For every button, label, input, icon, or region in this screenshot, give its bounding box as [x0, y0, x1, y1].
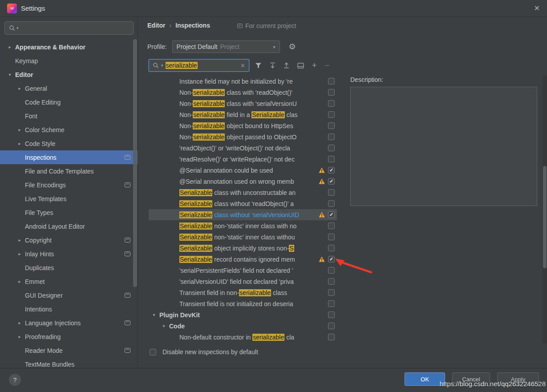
inspection-checkbox[interactable] — [328, 323, 335, 329]
chevron-right-icon[interactable]: ▸ — [16, 238, 23, 242]
inspection-row[interactable]: Non-serializable field in a Serializable… — [149, 109, 337, 120]
sidebar-search-input[interactable]: ▾ — [4, 21, 134, 35]
inspection-checkbox[interactable] — [328, 300, 335, 307]
expand-all-icon[interactable] — [270, 62, 276, 69]
close-icon[interactable]: ✕ — [534, 4, 540, 12]
chevron-right-icon[interactable]: ▸ — [16, 86, 23, 91]
inspection-checkbox[interactable] — [328, 133, 335, 140]
inspection-checkbox[interactable] — [328, 100, 335, 107]
add-icon[interactable]: + — [312, 61, 317, 69]
inspection-checkbox[interactable] — [328, 234, 335, 240]
remove-icon[interactable]: − — [325, 61, 330, 69]
sidebar-item-emmet[interactable]: ▸Emmet — [0, 275, 138, 288]
sidebar-item-gui-designer[interactable]: GUI Designer — [0, 288, 138, 302]
profile-dropdown[interactable]: Project Default Project ▾ — [172, 40, 280, 53]
clear-search-icon[interactable]: ✕ — [240, 62, 245, 69]
inspection-row[interactable]: 'readObject()' or 'writeObject()' not de… — [149, 142, 337, 154]
sidebar-item-keymap[interactable]: Keymap — [0, 54, 138, 68]
chevron-down-icon[interactable]: ▾ — [150, 312, 158, 317]
inspection-checkbox[interactable] — [328, 189, 335, 196]
disable-new-inspections-checkbox[interactable] — [150, 349, 156, 356]
gear-icon[interactable]: ⚙ — [289, 43, 296, 51]
sidebar-item-android-layout-editor[interactable]: Android Layout Editor — [0, 219, 138, 233]
sidebar-item-duplicates[interactable]: Duplicates — [0, 261, 138, 275]
inspection-checkbox[interactable]: ✓ — [328, 167, 335, 174]
help-button[interactable]: ? — [9, 374, 21, 386]
sidebar-item-font[interactable]: Font — [0, 109, 138, 123]
inspection-row[interactable]: Transient field in non-serializable clas… — [149, 287, 337, 298]
sidebar-item-textmate-bundles[interactable]: TextMate Bundles — [0, 357, 138, 368]
inspection-row[interactable]: Non-serializable class with 'serialVersi… — [149, 98, 337, 109]
inspection-row[interactable]: @Serial annotation could be used✓ — [149, 165, 337, 176]
inspection-checkbox[interactable] — [328, 267, 335, 274]
inspection-group-row[interactable]: ▾Plugin DevKit — [149, 309, 337, 320]
inspection-checkbox[interactable] — [328, 289, 335, 296]
inspection-checkbox[interactable]: ✓ — [328, 256, 335, 263]
inspection-checkbox[interactable] — [328, 122, 335, 129]
inspection-group-row[interactable]: ▾Code — [149, 320, 337, 331]
sidebar-item-file-types[interactable]: File Types — [0, 206, 138, 219]
chevron-down-icon[interactable]: ▾ — [160, 323, 167, 328]
sidebar-item-copyright[interactable]: ▸Copyright — [0, 233, 138, 247]
sidebar-item-proofreading[interactable]: ▸Proofreading — [0, 330, 138, 344]
collapse-all-icon[interactable] — [284, 62, 289, 69]
sidebar-item-code-style[interactable]: ▸Code Style — [0, 137, 138, 150]
inspection-row[interactable]: Transient field is not initialized on de… — [149, 298, 337, 309]
inspection-row[interactable]: 'serialVersionUID' field not declared 'p… — [149, 276, 337, 287]
sidebar-item-editor[interactable]: ▾Editor — [0, 68, 138, 81]
inspection-checkbox[interactable]: ✓ — [328, 178, 335, 185]
filter-icon[interactable] — [255, 62, 262, 69]
chevron-right-icon[interactable]: ▸ — [6, 44, 13, 49]
inspection-row[interactable]: Serializable non-'static' inner class wi… — [149, 220, 337, 231]
sidebar-item-general[interactable]: ▸General — [0, 81, 138, 95]
tree-scrollbar-thumb[interactable] — [543, 166, 547, 268]
inspection-row[interactable]: Serializable class without 'readObject()… — [149, 198, 337, 209]
inspection-row[interactable]: Serializable class without 'serialVersio… — [149, 209, 337, 220]
chevron-down-icon[interactable]: ▾ — [6, 72, 13, 77]
inspection-row[interactable]: 'readResolve()' or 'writeReplace()' not … — [149, 154, 337, 165]
inspection-row[interactable]: @Serial annotation used on wrong memb✓ — [149, 176, 337, 187]
inspection-row[interactable]: Serializable non-'static' inner class wi… — [149, 231, 337, 242]
inspection-checkbox[interactable] — [328, 89, 335, 96]
sidebar-item-inspections[interactable]: Inspections — [0, 150, 138, 164]
inspection-checkbox[interactable] — [328, 222, 335, 229]
reset-view-icon[interactable] — [297, 63, 304, 69]
inspection-checkbox[interactable] — [328, 334, 335, 340]
inspection-checkbox[interactable] — [328, 111, 335, 118]
sidebar-item-color-scheme[interactable]: ▸Color Scheme — [0, 123, 138, 137]
chevron-right-icon[interactable]: ▸ — [16, 141, 23, 146]
sidebar-item-reader-mode[interactable]: Reader Mode — [0, 344, 138, 357]
inspection-row[interactable]: Non-serializable object bound to HttpSes — [149, 120, 337, 131]
sidebar-item-live-templates[interactable]: Live Templates — [0, 192, 138, 206]
chevron-right-icon[interactable]: ▸ — [16, 334, 23, 339]
inspection-checkbox[interactable] — [328, 156, 335, 162]
chevron-right-icon[interactable]: ▸ — [16, 127, 23, 132]
sidebar-item-code-editing[interactable]: Code Editing — [0, 95, 138, 109]
sidebar-item-file-and-code-templates[interactable]: File and Code Templates — [0, 164, 138, 178]
chevron-right-icon[interactable]: ▸ — [16, 279, 23, 284]
inspection-checkbox[interactable]: ✓ — [328, 211, 335, 218]
inspection-row[interactable]: Serializable record contains ignored mem… — [149, 254, 337, 265]
inspection-checkbox[interactable] — [328, 78, 335, 85]
inspection-row[interactable]: Non-serializable class with 'readObject(… — [149, 87, 337, 98]
chevron-right-icon[interactable]: ▸ — [16, 251, 23, 256]
inspection-row[interactable]: Serializable object implicitly stores no… — [149, 242, 337, 254]
sidebar-scrollbar[interactable] — [133, 39, 137, 287]
inspection-checkbox[interactable] — [328, 245, 335, 251]
sidebar-item-intentions[interactable]: Intentions — [0, 302, 138, 316]
inspection-row[interactable]: Serializable class with unconstructable … — [149, 187, 337, 198]
inspection-checkbox[interactable] — [328, 311, 335, 318]
inspections-search-input[interactable]: ▾ serializable ✕ — [149, 59, 249, 72]
inspection-row[interactable]: 'serialPersistentFields' field not decla… — [149, 265, 337, 276]
sidebar-item-file-encodings[interactable]: File Encodings — [0, 178, 138, 192]
inspection-row[interactable]: Instance field may not be initialized by… — [149, 76, 337, 87]
sidebar-item-inlay-hints[interactable]: ▸Inlay Hints — [0, 247, 138, 261]
inspection-checkbox[interactable] — [328, 278, 335, 285]
sidebar-item-appearance-behavior[interactable]: ▸Appearance & Behavior — [0, 40, 138, 54]
inspection-checkbox[interactable] — [328, 145, 335, 151]
inspection-row[interactable]: Non-serializable object passed to Object… — [149, 131, 337, 142]
inspection-row[interactable]: Non-default constructor in serializable … — [149, 331, 337, 343]
chevron-right-icon[interactable]: ▸ — [16, 320, 23, 325]
inspection-checkbox[interactable] — [328, 200, 335, 207]
sidebar-item-language-injections[interactable]: ▸Language Injections — [0, 316, 138, 330]
